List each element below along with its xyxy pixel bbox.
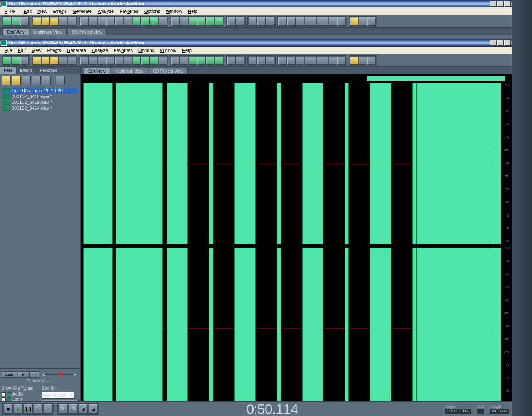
tb-new-icon[interactable] xyxy=(33,17,41,26)
menu-generate[interactable]: Generate xyxy=(64,47,89,54)
tb-zoomin-icon[interactable] xyxy=(150,17,158,26)
tb-view3-icon[interactable] xyxy=(189,57,197,65)
menu-favorites[interactable]: Favorites xyxy=(111,47,135,54)
tb-saveas-icon[interactable] xyxy=(59,17,67,26)
tb-select-icon[interactable] xyxy=(236,57,244,65)
tb-redo-icon[interactable] xyxy=(89,57,97,65)
tb-view5-icon[interactable] xyxy=(206,57,214,65)
tb-whatsthis-icon[interactable] xyxy=(367,57,376,65)
tb-multitrack-icon[interactable] xyxy=(12,57,20,65)
tb-paste-icon[interactable] xyxy=(124,57,132,65)
tab-multitrack-view[interactable]: Multitrack View xyxy=(111,68,148,74)
file-list[interactable]: 1kz_10kz_nois_20-20-20_...000102_0415.wa… xyxy=(0,87,80,368)
tb-mixpaste-icon[interactable] xyxy=(133,17,141,26)
tb-cut-icon[interactable] xyxy=(115,17,123,26)
tb-whatsthis-icon[interactable] xyxy=(367,17,376,26)
loop-button[interactable]: ∞ xyxy=(44,404,53,414)
tb-view1-icon[interactable] xyxy=(171,17,180,26)
tb-d-icon[interactable] xyxy=(305,57,316,65)
tb-view1-icon[interactable] xyxy=(171,57,180,65)
preview-volume-slider[interactable]: ◄ ► xyxy=(40,370,79,379)
zoom-out-icon[interactable]: 🔎 xyxy=(69,404,78,414)
tb-c-icon[interactable] xyxy=(296,57,304,65)
menu-effects[interactable]: Effects xyxy=(44,47,64,54)
tb-paste-icon[interactable] xyxy=(124,17,132,26)
tb-save-icon[interactable] xyxy=(50,57,59,65)
tab-edit-view[interactable]: Edit View xyxy=(84,68,110,74)
tab-cd-view[interactable]: CD Project View xyxy=(68,29,107,35)
playback-cursor[interactable] xyxy=(493,83,493,409)
tb-trim-icon[interactable] xyxy=(141,57,150,65)
file-toggle-icon[interactable] xyxy=(56,76,65,85)
menu-edit[interactable]: Edit xyxy=(21,8,34,15)
play-button[interactable]: ▶ xyxy=(14,404,23,414)
menu-file[interactable]: File xyxy=(2,8,21,15)
tb-cursor-icon[interactable] xyxy=(227,17,236,26)
tb-c-icon[interactable] xyxy=(296,17,304,26)
tb-g-icon[interactable] xyxy=(337,57,346,65)
tb-view5-icon[interactable] xyxy=(206,17,214,26)
loop-preview-button[interactable]: ∞ xyxy=(29,371,39,378)
sidebar-tab-files[interactable]: Files xyxy=(0,67,16,74)
tb-help-icon[interactable] xyxy=(350,17,358,26)
close-button[interactable]: × xyxy=(504,1,511,7)
titlebar-front[interactable]: 1kz_10kz_nois_20-20-20_20-47-10_1_1kz.wa… xyxy=(0,39,512,47)
tb-view3-icon[interactable] xyxy=(189,17,197,26)
file-opts-icon[interactable] xyxy=(42,76,51,85)
stop-button[interactable]: ■ xyxy=(4,404,13,414)
tb-undo-icon[interactable] xyxy=(80,17,89,26)
tb-view6-icon[interactable] xyxy=(215,17,223,26)
tb-g-icon[interactable] xyxy=(337,17,346,26)
menu-analyze[interactable]: Analyze xyxy=(95,8,117,15)
tb-panel1-icon[interactable] xyxy=(249,57,257,65)
tb-copy-icon[interactable] xyxy=(106,17,115,26)
tb-multitrack-icon[interactable] xyxy=(12,17,20,26)
tb-panel1-icon[interactable] xyxy=(249,17,257,26)
tb-view4-icon[interactable] xyxy=(197,57,206,65)
menu-effects[interactable]: Effects xyxy=(50,8,69,15)
restore-button[interactable]: ❐ xyxy=(497,40,504,46)
tb-view6-icon[interactable] xyxy=(215,57,223,65)
tb-f-icon[interactable] xyxy=(329,17,337,26)
tb-repeat-icon[interactable] xyxy=(98,57,106,65)
tb-e-icon[interactable] xyxy=(317,17,328,26)
menu-analyze[interactable]: Analyze xyxy=(89,47,111,54)
close-button[interactable]: × xyxy=(504,40,511,46)
tb-f-icon[interactable] xyxy=(329,57,337,65)
tb-a-icon[interactable] xyxy=(278,17,287,26)
tb-cut-icon[interactable] xyxy=(115,57,123,65)
tb-mixpaste-icon[interactable] xyxy=(133,57,141,65)
menu-help[interactable]: Help xyxy=(179,47,195,54)
menu-window[interactable]: Window xyxy=(163,8,185,15)
tb-panel3-icon[interactable] xyxy=(266,17,274,26)
restore-button[interactable]: ❐ xyxy=(497,1,504,7)
tb-about-icon[interactable] xyxy=(359,57,367,65)
file-list-item[interactable]: 000102_0414.wav * xyxy=(2,105,78,111)
tb-open-icon[interactable] xyxy=(42,17,50,26)
tb-view2-icon[interactable] xyxy=(180,17,188,26)
overview-selection[interactable] xyxy=(367,76,505,81)
sidebar-tab-favorites[interactable]: Favorites xyxy=(37,67,61,74)
waveform-overview[interactable] xyxy=(83,76,510,81)
tb-panel3-icon[interactable] xyxy=(266,57,274,65)
tb-saveas-icon[interactable] xyxy=(59,57,67,65)
sort-by-dropdown[interactable]: Recent Acce▼ xyxy=(42,392,74,399)
filetype-checkbox[interactable] xyxy=(2,397,6,401)
tab-edit-view[interactable]: Edit View xyxy=(2,29,29,35)
file-list-item[interactable]: 1kz_10kz_nois_20-20-20_... xyxy=(2,88,78,94)
menubar-front[interactable]: File Edit View Effects Generate Analyze … xyxy=(0,47,512,54)
file-list-item[interactable]: 000102_0415.wav * xyxy=(2,94,78,99)
tb-b-icon[interactable] xyxy=(287,17,296,26)
minimize-button[interactable]: _ xyxy=(490,1,497,7)
tb-e-icon[interactable] xyxy=(317,57,328,65)
file-edit-icon[interactable] xyxy=(32,76,41,85)
tb-saveall-icon[interactable] xyxy=(68,17,76,26)
zoom-in-icon[interactable]: 🔍 xyxy=(59,404,68,414)
titlebar-back[interactable]: 1kz_10kz_nois_20-20-20_20-47-10_1_1kz.wa… xyxy=(0,0,512,7)
menu-help[interactable]: Help xyxy=(185,8,200,15)
tb-d-icon[interactable] xyxy=(305,17,316,26)
tb-view2-icon[interactable] xyxy=(180,57,188,65)
tb-help-icon[interactable] xyxy=(350,57,358,65)
tb-cd-icon[interactable] xyxy=(20,57,29,65)
tb-open-icon[interactable] xyxy=(42,57,50,65)
